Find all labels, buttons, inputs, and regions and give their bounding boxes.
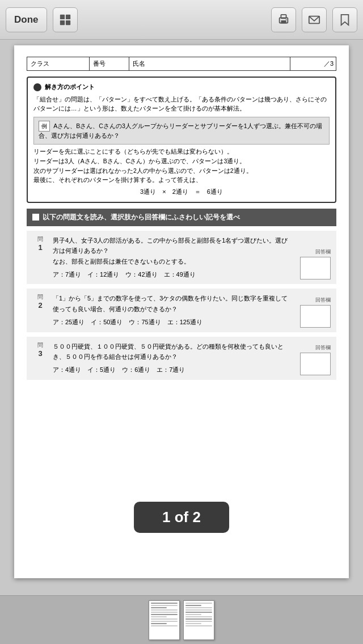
- section-header: 以下の問題文を読み、選択肢から回答欄にふさわしい記号を選べ: [27, 209, 336, 226]
- solution-line-2: リーダーは3人（Aさん、Bさん、Cさん）から選ぶので、パターンは3通り。: [33, 156, 330, 166]
- score-label: ／3: [324, 60, 334, 68]
- question-block-1: 問 1 男子4人、女子3人の部活がある。この中から部長と副部長を1名ずつ選びたい…: [27, 231, 336, 285]
- print-icon: [277, 14, 290, 26]
- class-cell: クラス: [27, 57, 90, 70]
- question-content-2: 「1」から「5」までの数字を使って、3ケタの偶数を作りたい。同じ数字を重複して使…: [53, 293, 292, 327]
- q2-options: ア：25通り イ：50通り ウ：75通り エ：125通り: [53, 317, 292, 328]
- answer-label-3: 回答欄: [315, 344, 331, 351]
- point-title: 解き方のポイント: [33, 82, 330, 92]
- question-num-1: 問 1: [32, 235, 48, 280]
- document-page: クラス 番号 氏名 ／3 解き方のポイント 「組合せ」の問題は、「パターン」をす…: [14, 45, 349, 578]
- solution-line-3: 次のサブリーダーは選ばれなかった2人の中から選ぶので、パターンは2通り。: [33, 166, 330, 176]
- q3-text: ５００円硬貨、１００円硬貨、５０円硬貨がある。どの種類を何枚使っても良いとき、５…: [53, 341, 292, 362]
- svg-rect-3: [65, 20, 70, 24]
- svg-rect-5: [281, 20, 286, 23]
- example-text: Aさん、Bさん、Cさんの3人グループからリーダーとサブリーダーを1人ずつ選ぶ。兼…: [39, 122, 322, 139]
- q3-options: ア：4通り イ：5通り ウ：6通り エ：7通り: [53, 365, 292, 375]
- thumbnail-strip: [0, 595, 363, 644]
- score-cell: ／3: [290, 57, 336, 70]
- point-title-text: 解き方のポイント: [45, 82, 95, 92]
- question-content-1: 男子4人、女子3人の部活がある。この中から部長と副部長を1名ずつ選びたい。選び方…: [53, 235, 292, 280]
- number-label: 番号: [93, 60, 105, 67]
- point-dot: [33, 83, 41, 91]
- point-intro: 「組合せ」の問題は、「パターン」をすべて数え上げる。「ある条件のパターンは幾つあ…: [33, 95, 330, 114]
- svg-rect-1: [65, 14, 70, 19]
- name-cell: 氏名: [129, 57, 290, 70]
- page-indicator-text: 1 of 2: [162, 509, 201, 526]
- mail-icon: [308, 14, 320, 26]
- toolbar: Done: [0, 0, 363, 40]
- point-box: 解き方のポイント 「組合せ」の問題は、「パターン」をすべて数え上げる。「ある条件…: [27, 77, 336, 203]
- question-content-3: ５００円硬貨、１００円硬貨、５０円硬貨がある。どの種類を何枚使っても良いとき、５…: [53, 341, 292, 375]
- answer-box-2[interactable]: [300, 305, 331, 328]
- class-label: クラス: [31, 60, 49, 67]
- grid-icon: [59, 14, 71, 26]
- answer-label-1: 回答欄: [315, 248, 331, 256]
- solution-line-4: 最後に、それぞれのパターンを掛け算する。よって答えは、: [33, 175, 330, 185]
- number-cell: 番号: [90, 57, 129, 70]
- svg-rect-2: [60, 20, 64, 24]
- q1-text: 男子4人、女子3人の部活がある。この中から部長と副部長を1名ずつ選びたい。選び方…: [53, 235, 292, 267]
- solution-line-1: リーダーを先に選ぶことにする（どちらが先でも結果は変わらない）。: [33, 147, 330, 156]
- thumbnail-1[interactable]: [149, 600, 180, 640]
- example-label: 例: [39, 121, 50, 132]
- answer-label-2: 回答欄: [315, 296, 331, 304]
- thumbnail-2[interactable]: [183, 600, 214, 640]
- name-label: 氏名: [133, 60, 145, 67]
- bookmark-button[interactable]: [332, 7, 357, 32]
- main-area: クラス 番号 氏名 ／3 解き方のポイント 「組合せ」の問題は、「パターン」をす…: [0, 40, 363, 595]
- bookmark-icon: [339, 14, 351, 26]
- print-button[interactable]: [271, 7, 296, 32]
- section-square: [32, 214, 39, 221]
- svg-rect-0: [60, 14, 64, 19]
- toolbar-right: [271, 7, 357, 32]
- page-indicator: 1 of 2: [134, 502, 229, 533]
- answer-wrapper-3: 回答欄: [297, 341, 331, 375]
- answer-box-3[interactable]: [300, 353, 331, 375]
- svg-point-7: [286, 19, 287, 20]
- answer-wrapper-2: 回答欄: [297, 293, 331, 327]
- document-header: クラス 番号 氏名 ／3: [27, 57, 336, 71]
- thumbnail-1-inner: [149, 601, 179, 639]
- question-block-2: 問 2 「1」から「5」までの数字を使って、3ケタの偶数を作りたい。同じ数字を重…: [27, 289, 336, 332]
- question-num-2: 問 2: [32, 293, 48, 327]
- q1-options: ア：7通り イ：12通り ウ：42通り エ：49通り: [53, 269, 292, 280]
- example-box: 例 Aさん、Bさん、Cさんの3人グループからリーダーとサブリーダーを1人ずつ選ぶ…: [33, 117, 330, 145]
- section-header-text: 以下の問題文を読み、選択肢から回答欄にふさわしい記号を選べ: [43, 213, 240, 222]
- answer-box-1[interactable]: [300, 257, 331, 279]
- svg-marker-9: [341, 14, 349, 24]
- answer-wrapper-1: 回答欄: [297, 235, 331, 280]
- q2-text: 「1」から「5」までの数字を使って、3ケタの偶数を作りたい。同じ数字を重複して使…: [53, 293, 292, 314]
- grid-button[interactable]: [53, 7, 78, 32]
- mail-button[interactable]: [302, 7, 327, 32]
- question-num-3: 問 3: [32, 341, 48, 375]
- question-block-3: 問 3 ５００円硬貨、１００円硬貨、５０円硬貨がある。どの種類を何枚使っても良い…: [27, 337, 336, 380]
- done-button[interactable]: Done: [6, 7, 47, 32]
- thumbnail-2-inner: [184, 601, 214, 639]
- calc-line: 3通り × 2通り ＝ 6通り: [33, 187, 330, 197]
